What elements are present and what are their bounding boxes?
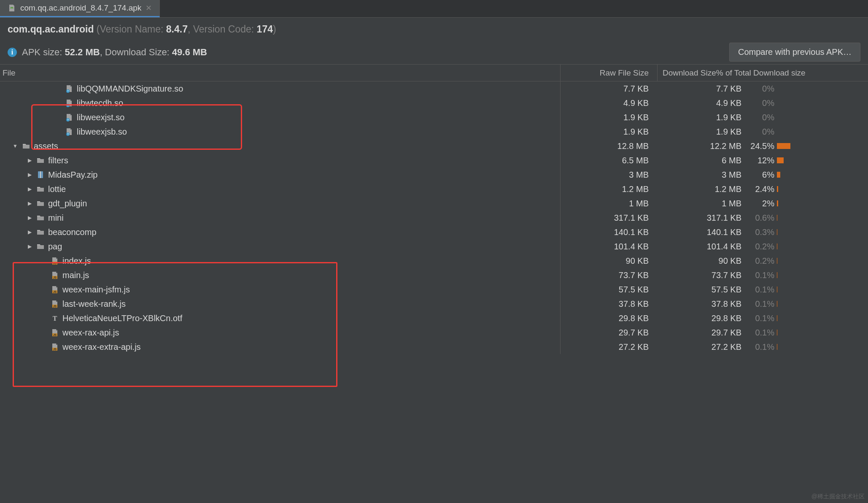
unknown-icon: ? <box>65 99 73 107</box>
download-size-value: 4.9 KB <box>657 98 746 108</box>
table-row[interactable]: JSmain.js73.7 KB73.7 KB0.1% <box>0 268 868 282</box>
percent-of-total-value: 6% <box>746 170 777 180</box>
version-name-value: 8.4.7 <box>166 24 188 35</box>
raw-file-size-value: 101.4 KB <box>560 239 657 254</box>
download-size-value: 3 MB <box>657 170 746 180</box>
zip-icon <box>36 170 45 179</box>
file-name: weex-rax-api.js <box>62 328 119 338</box>
table-row[interactable]: JSweex-rax-api.js29.7 KB29.7 KB0.1% <box>0 325 868 340</box>
percent-bar <box>777 242 868 251</box>
expander-icon[interactable]: ▶ <box>26 214 33 221</box>
table-row[interactable]: JSweex-main-jsfm.js57.5 KB57.5 KB0.1% <box>0 282 868 297</box>
svg-text:JS: JS <box>53 348 57 351</box>
percent-of-total-value: 0% <box>746 98 777 108</box>
percent-of-total-value: 2.4% <box>746 184 777 194</box>
svg-text:JS: JS <box>53 333 57 336</box>
expander-icon[interactable]: ▶ <box>26 186 33 192</box>
percent-of-total-value: 0.1% <box>746 314 777 323</box>
js-icon: JS <box>51 343 59 351</box>
raw-file-size-value: 1 MB <box>560 196 657 211</box>
file-name: lottie <box>48 184 66 194</box>
download-size-value: 7.7 KB <box>657 84 746 94</box>
download-size-value: 29.8 KB <box>657 314 746 323</box>
column-download-size-pct[interactable]: Download Size% of Total Download size <box>657 65 868 81</box>
folder-icon <box>36 199 45 208</box>
percent-bar <box>777 314 868 323</box>
table-row[interactable]: ▶mini317.1 KB317.1 KB0.6% <box>0 211 868 225</box>
percent-bar <box>777 141 868 151</box>
raw-file-size-value: 1.2 MB <box>560 182 657 196</box>
table-row[interactable]: ▼assets12.8 MB12.2 MB24.5% <box>0 139 868 153</box>
font-icon: T <box>51 314 59 322</box>
percent-bar <box>777 127 868 136</box>
download-size-value: 73.7 KB <box>657 270 746 280</box>
js-icon: JS <box>51 271 59 279</box>
file-name: HelveticaNeueLTPro-XBlkCn.otf <box>62 314 182 323</box>
table-row[interactable]: ▶filters6.5 MB6 MB12% <box>0 153 868 168</box>
column-file[interactable]: File <box>0 68 560 78</box>
file-name: libwtecdh.so <box>77 98 123 108</box>
folder-icon <box>36 242 45 251</box>
file-name: gdt_plugin <box>48 199 87 208</box>
table-row[interactable]: JSindex.js90 KB90 KB0.2% <box>0 254 868 268</box>
table-row[interactable]: ▶pag101.4 KB101.4 KB0.2% <box>0 239 868 254</box>
download-size-value: 317.1 KB <box>657 213 746 223</box>
file-name: libweexjst.so <box>77 113 124 122</box>
percent-bar <box>777 299 868 308</box>
file-name: libQQMMANDKSignature.so <box>77 84 183 94</box>
folder-icon <box>36 228 45 236</box>
file-name: weex-rax-extra-api.js <box>62 342 141 352</box>
file-name: index.js <box>62 256 91 266</box>
svg-text:?: ? <box>67 119 69 121</box>
percent-bar <box>777 98 868 108</box>
download-size-value: 1 MB <box>657 199 746 208</box>
tab-label: com.qq.ac.android_8.4.7_174.apk <box>20 3 141 13</box>
table-row[interactable]: THelveticaNeueLTPro-XBlkCn.otf29.8 KB29.… <box>0 311 868 325</box>
expander-icon[interactable]: ▼ <box>12 143 19 149</box>
raw-file-size-value: 317.1 KB <box>560 211 657 225</box>
raw-file-size-value: 73.7 KB <box>560 268 657 282</box>
table-row[interactable]: ?libweexjsb.so1.9 KB1.9 KB0% <box>0 124 868 139</box>
table-row[interactable]: ?libweexjst.so1.9 KB1.9 KB0% <box>0 110 868 124</box>
download-size-value: 1.2 MB <box>657 184 746 194</box>
table-row[interactable]: JSlast-week-rank.js37.8 KB37.8 KB0.1% <box>0 297 868 311</box>
percent-of-total-value: 2% <box>746 199 777 208</box>
column-raw-size[interactable]: Raw File Size <box>560 65 657 81</box>
unknown-icon: ? <box>65 113 73 122</box>
expander-icon[interactable]: ▶ <box>26 229 33 235</box>
percent-of-total-value: 0.1% <box>746 342 777 352</box>
table-row[interactable]: ▶lottie1.2 MB1.2 MB2.4% <box>0 182 868 196</box>
download-size-value: 57.5 KB <box>657 285 746 295</box>
raw-file-size-value: 6.5 MB <box>560 153 657 168</box>
download-size-value: 27.2 KB <box>657 342 746 352</box>
file-tree[interactable]: ?libQQMMANDKSignature.so7.7 KB7.7 KB0%?l… <box>0 81 868 354</box>
table-row[interactable]: ?libwtecdh.so4.9 KB4.9 KB0% <box>0 96 868 110</box>
compare-previous-apk-button[interactable]: Compare with previous APK… <box>729 43 860 62</box>
raw-file-size-value: 29.7 KB <box>560 325 657 340</box>
folder-icon <box>22 142 30 150</box>
js-icon: JS <box>51 285 59 294</box>
table-row[interactable]: ▶beaconcomp140.1 KB140.1 KB0.3% <box>0 225 868 239</box>
table-row[interactable]: ▶MidasPay.zip3 MB3 MB6% <box>0 168 868 182</box>
expander-icon[interactable]: ▶ <box>26 243 33 250</box>
table-row[interactable]: ▶gdt_plugin1 MB1 MB2% <box>0 196 868 211</box>
close-icon[interactable]: ✕ <box>146 4 152 12</box>
download-size-value: 101.4 KB <box>657 242 746 252</box>
tab-apk-analyzer[interactable]: com.qq.ac.android_8.4.7_174.apk ✕ <box>0 0 160 17</box>
table-row[interactable]: ?libQQMMANDKSignature.so7.7 KB7.7 KB0% <box>0 81 868 96</box>
svg-text:?: ? <box>67 133 69 135</box>
percent-of-total-value: 0.1% <box>746 299 777 309</box>
expander-icon[interactable]: ▶ <box>26 171 33 178</box>
raw-file-size-value: 90 KB <box>560 254 657 268</box>
percent-bar <box>777 256 868 265</box>
file-name: pag <box>48 242 62 252</box>
percent-of-total-value: 0.6% <box>746 213 777 223</box>
percent-bar <box>777 227 868 237</box>
percent-bar <box>777 156 868 165</box>
raw-file-size-value: 57.5 KB <box>560 282 657 297</box>
table-row[interactable]: JSweex-rax-extra-api.js27.2 KB27.2 KB0.1… <box>0 340 868 354</box>
download-size-value: 49.6 MB <box>172 47 207 57</box>
expander-icon[interactable]: ▶ <box>26 200 33 207</box>
expander-icon[interactable]: ▶ <box>26 157 33 164</box>
js-icon: JS <box>51 257 59 265</box>
